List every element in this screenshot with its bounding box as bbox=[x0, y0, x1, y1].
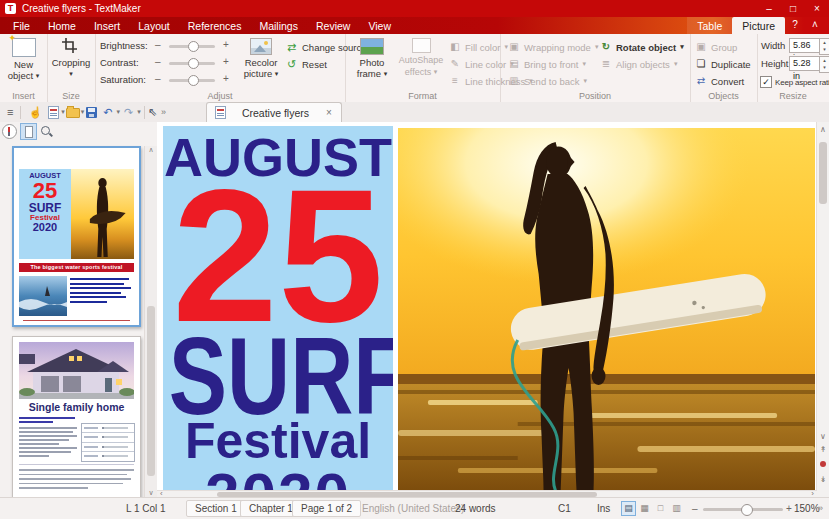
photo-frame-button[interactable]: Photo frame ▾ bbox=[349, 38, 395, 79]
language-indicator[interactable]: English (United States) bbox=[362, 498, 464, 519]
contrast-slider[interactable] bbox=[169, 62, 215, 65]
vertical-scrollbar-thumb[interactable] bbox=[819, 142, 827, 204]
width-stepper[interactable]: ▴▾ bbox=[819, 38, 829, 55]
wrapping-mode-button[interactable]: ▣ Wrapping mode ▾ bbox=[508, 41, 598, 53]
zoom-out-button[interactable]: – bbox=[692, 498, 698, 519]
search-icon[interactable] bbox=[40, 125, 53, 138]
page-thumbnail-2[interactable]: Single family home bbox=[12, 336, 141, 498]
ribbon: New object ▾ Insert Cropping ▾ Size Brig… bbox=[0, 34, 829, 103]
duplicate-button[interactable]: ❏ Duplicate bbox=[695, 58, 751, 70]
vertical-scrollbar[interactable]: ∧ ∨ ↟ ↡ bbox=[816, 122, 829, 498]
autoshape-effects-button[interactable]: AutoShape effects ▾ bbox=[397, 38, 445, 78]
tab-view[interactable]: View bbox=[359, 17, 400, 34]
height-field[interactable]: 5.28 in bbox=[789, 56, 821, 71]
view-continuous-icon[interactable]: ▦ bbox=[638, 502, 651, 515]
zoom-in-button[interactable]: + bbox=[786, 498, 792, 519]
touch-mode-icon[interactable]: ☝ bbox=[24, 103, 46, 122]
duplicate-icon: ❏ bbox=[695, 58, 707, 70]
close-button[interactable]: × bbox=[805, 0, 829, 17]
ribbon-group-size: Cropping ▾ Size bbox=[47, 34, 96, 102]
statusbar-overflow-icon[interactable]: » bbox=[818, 498, 823, 519]
tab-layout[interactable]: Layout bbox=[129, 17, 179, 34]
saturation-plus-button[interactable]: + bbox=[223, 73, 229, 84]
tab-mailings[interactable]: Mailings bbox=[250, 17, 307, 34]
saturation-label: Saturation: bbox=[100, 74, 146, 85]
document-close-icon[interactable]: × bbox=[323, 107, 335, 118]
zoom-slider-thumb[interactable] bbox=[741, 504, 753, 516]
brightness-slider[interactable] bbox=[169, 45, 215, 48]
document-tab[interactable]: Creative flyers × bbox=[206, 102, 342, 122]
maximize-button[interactable]: □ bbox=[781, 0, 805, 17]
scroll-up-icon[interactable]: ∧ bbox=[817, 124, 829, 136]
section-indicator[interactable]: Section 1 bbox=[186, 500, 246, 517]
saturation-slider-thumb[interactable] bbox=[188, 75, 199, 86]
tab-home[interactable]: Home bbox=[39, 17, 85, 34]
contrast-slider-thumb[interactable] bbox=[188, 58, 199, 69]
new-object-button[interactable]: New object ▾ bbox=[0, 38, 47, 81]
new-document-icon[interactable] bbox=[48, 106, 59, 119]
cropping-button[interactable]: Cropping ▾ bbox=[47, 38, 95, 79]
rotate-object-button[interactable]: ↻ Rotate object ▾ bbox=[600, 41, 684, 53]
surfer-photo[interactable] bbox=[398, 128, 815, 491]
height-stepper[interactable]: ▴▾ bbox=[819, 56, 829, 73]
word-count[interactable]: 24 words bbox=[455, 498, 496, 519]
textmaker-window: T Creative flyers - TextMaker – □ × File… bbox=[0, 0, 829, 519]
previous-page-icon[interactable]: ↟ bbox=[817, 444, 829, 456]
collapse-ribbon-icon[interactable]: ˄ bbox=[805, 17, 825, 34]
bring-to-front-button[interactable]: ▤ Bring to front ▾ bbox=[508, 58, 586, 70]
scroll-up-icon[interactable]: ∧ bbox=[145, 146, 157, 154]
line-color-icon: ✎ bbox=[449, 58, 461, 70]
document-page[interactable]: AUGUST 25 SURF Festival 2020 bbox=[157, 122, 817, 491]
send-to-back-button[interactable]: ▥ Send to back ▾ bbox=[508, 75, 587, 87]
flyer-text-panel[interactable]: AUGUST 25 SURF Festival 2020 bbox=[163, 126, 393, 491]
view-pages-icon[interactable]: □ bbox=[654, 502, 667, 515]
menu-icon[interactable]: ≡ bbox=[3, 103, 17, 122]
tab-file[interactable]: File bbox=[4, 17, 39, 34]
browse-object-icon[interactable] bbox=[820, 461, 826, 467]
width-field[interactable]: 5.86 in bbox=[789, 38, 821, 53]
group-button[interactable]: ▣ Group bbox=[695, 41, 737, 53]
checkbox-checked-icon[interactable]: ✓ bbox=[760, 76, 772, 88]
convert-button[interactable]: ⇄ Convert bbox=[695, 75, 744, 87]
sidebar-scrollbar[interactable]: ∧ ∨ bbox=[144, 146, 157, 498]
redo-icon[interactable]: ↷ bbox=[120, 103, 137, 122]
zoom-level[interactable]: 150% bbox=[794, 498, 820, 519]
undo-icon[interactable]: ↶ bbox=[99, 103, 116, 122]
thumbnails-toggle-icon[interactable] bbox=[20, 123, 37, 140]
contrast-minus-button[interactable]: – bbox=[155, 56, 161, 67]
reset-button[interactable]: ↺ Reset bbox=[285, 58, 327, 71]
next-page-icon[interactable]: ↡ bbox=[817, 474, 829, 486]
contrast-plus-button[interactable]: + bbox=[223, 56, 229, 67]
select-cursor-icon[interactable]: ⇖ bbox=[148, 106, 157, 119]
recolor-picture-icon bbox=[250, 38, 272, 55]
scroll-down-icon[interactable]: ∨ bbox=[145, 489, 157, 497]
insert-mode-toggle[interactable]: Ins bbox=[597, 498, 610, 519]
page-indicator[interactable]: Page 1 of 2 bbox=[292, 500, 361, 517]
tab-table[interactable]: Table bbox=[687, 17, 732, 34]
open-document-icon[interactable] bbox=[66, 108, 80, 118]
brightness-minus-button[interactable]: – bbox=[155, 39, 161, 50]
scroll-down-icon[interactable]: ∨ bbox=[817, 431, 829, 443]
tab-review[interactable]: Review bbox=[307, 17, 359, 34]
page-thumbnail-1[interactable]: AUGUST 25 SURF Festival 2020 bbox=[12, 146, 141, 327]
tab-picture[interactable]: Picture bbox=[732, 17, 785, 34]
align-objects-button[interactable]: ≣ Align objects ▾ bbox=[600, 58, 677, 70]
view-normal-icon[interactable]: ▤ bbox=[621, 501, 636, 516]
navigation-icon[interactable] bbox=[2, 124, 17, 139]
brightness-plus-button[interactable]: + bbox=[223, 39, 229, 50]
zoom-slider[interactable] bbox=[703, 508, 783, 511]
recolor-picture-button[interactable]: Recolor picture ▾ bbox=[239, 38, 283, 79]
help-icon[interactable]: ? bbox=[785, 17, 805, 34]
toolbar-overflow-icon[interactable]: » bbox=[157, 103, 170, 122]
brightness-slider-thumb[interactable] bbox=[188, 41, 199, 52]
saturation-slider[interactable] bbox=[169, 79, 215, 82]
saturation-minus-button[interactable]: – bbox=[155, 73, 161, 84]
tab-insert[interactable]: Insert bbox=[85, 17, 129, 34]
cursor-position: L 1 Col 1 bbox=[126, 498, 166, 519]
minimize-button[interactable]: – bbox=[757, 0, 781, 17]
tab-references[interactable]: References bbox=[179, 17, 251, 34]
view-fullscreen-icon[interactable]: ▥ bbox=[670, 502, 683, 515]
sidebar-scrollbar-thumb[interactable] bbox=[147, 306, 155, 476]
save-icon[interactable] bbox=[86, 107, 97, 118]
keep-aspect-ratio-checkbox[interactable]: ✓ Keep aspect ratio bbox=[760, 76, 829, 88]
